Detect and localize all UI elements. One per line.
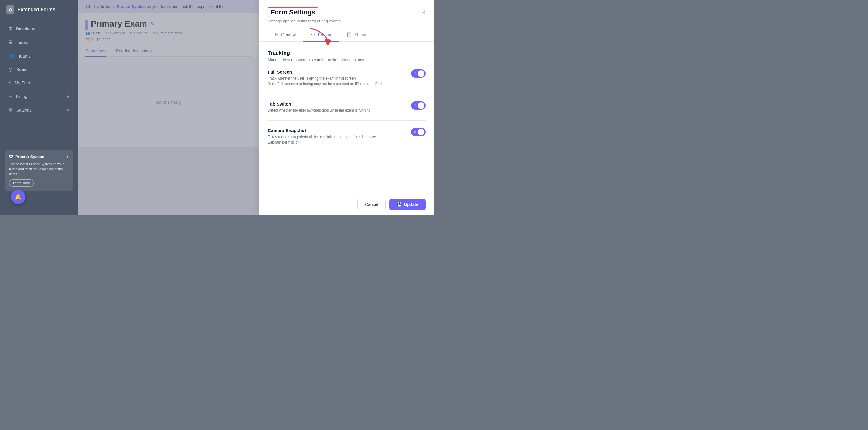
panel-body: Tracking Manage how respondents can be t… <box>259 41 434 194</box>
full-screen-info: Full Screen Track whether the user is gi… <box>268 69 381 87</box>
tab-switch-toggle[interactable]: ✓ <box>411 101 426 110</box>
main-content: 📢 Try the latest Proctor System on your … <box>78 0 259 215</box>
sidebar-item-brand[interactable]: ◎ Brand <box>2 63 76 76</box>
proctor-promo-card: 🛡 Proctor System ✦ Try the latest Procto… <box>5 150 73 191</box>
tracking-item-tab-switch: Tab Switch Detect whether the user switc… <box>268 101 426 113</box>
proctor-tab-icon: 🛡 <box>311 32 315 37</box>
update-button[interactable]: 💾 Update <box>390 199 426 210</box>
divider-2 <box>268 120 426 121</box>
tab-switch-desc: Detect whether the user switches tabs wh… <box>268 108 371 113</box>
camera-snapshot-toggle[interactable]: ✓ <box>411 128 426 136</box>
sidebar-item-settings[interactable]: ⚙ Settings ▶ <box>2 104 76 116</box>
tracking-item-full-screen: Full Screen Track whether the user is gi… <box>268 69 426 87</box>
proctor-card-title: 🛡 Proctor System <box>9 154 44 159</box>
sidebar-item-label: My Plan <box>15 81 30 85</box>
tracking-section-subtitle: Manage how respondents can be tracked du… <box>268 58 426 62</box>
notification-icon: 🔔 <box>15 194 22 200</box>
teams-icon: 👥 <box>8 53 14 59</box>
camera-snapshot-name: Camera Snapshot <box>268 128 382 133</box>
sidebar-item-label: Settings <box>16 108 32 113</box>
update-label: Update <box>404 202 418 207</box>
panel-footer: Cancel 💾 Update <box>259 194 434 215</box>
sidebar-item-label: Billing <box>16 94 27 99</box>
tab-general[interactable]: ⊞ General <box>268 28 304 41</box>
sidebar-nav: ⊞ Dashboard ☰ Forms 👥 Teams ◎ Brand $ My… <box>0 19 78 145</box>
divider-1 <box>268 94 426 94</box>
general-tab-icon: ⊞ <box>275 32 279 37</box>
billing-icon: ⊟ <box>8 93 12 99</box>
stars-icon: ✦ <box>65 154 69 159</box>
learn-more-button[interactable]: Learn More <box>9 179 34 187</box>
general-tab-label: General <box>281 32 296 37</box>
sidebar-item-label: Brand <box>16 67 27 72</box>
panel-tabs: ⊞ General 🛡 Proctor 📋 Theme <box>268 28 426 41</box>
tab-switch-info: Tab Switch Detect whether the user switc… <box>268 101 371 113</box>
sidebar-bottom: 🛡 Proctor System ✦ Try the latest Procto… <box>0 145 78 196</box>
camera-snapshot-info: Camera Snapshot Takes random snapshots o… <box>268 128 382 145</box>
plan-icon: $ <box>8 80 11 86</box>
brand-icon: ◎ <box>8 67 13 73</box>
sidebar-item-forms[interactable]: ☰ Forms <box>2 36 76 49</box>
panel-title: Form Settings <box>268 7 318 18</box>
sidebar-item-billing[interactable]: ⊟ Billing ▶ <box>2 90 76 103</box>
tab-proctor[interactable]: 🛡 Proctor <box>304 28 339 41</box>
sidebar-item-label: Dashboard <box>16 27 37 31</box>
full-screen-toggle[interactable]: ✓ <box>411 69 426 78</box>
panel-title-row: Form Settings × <box>268 7 426 18</box>
sidebar-item-dashboard[interactable]: ⊞ Dashboard <box>2 22 76 35</box>
tab-theme[interactable]: 📋 Theme <box>339 28 375 41</box>
camera-snapshot-desc: Takes random snapshots of the user takin… <box>268 134 382 145</box>
sidebar: ◇ Extended Forms ⊞ Dashboard ☰ Forms 👥 T… <box>0 0 78 215</box>
proctor-tab-label: Proctor <box>318 32 332 37</box>
tracking-item-camera-snapshot: Camera Snapshot Takes random snapshots o… <box>268 128 426 145</box>
save-icon: 💾 <box>397 202 402 207</box>
dashboard-icon: ⊞ <box>8 26 12 32</box>
settings-icon: ⚙ <box>8 107 13 113</box>
full-screen-name: Full Screen <box>268 69 381 75</box>
proctor-card-text: Try the latest Proctor System on your fo… <box>9 162 69 177</box>
close-button[interactable]: × <box>422 9 426 16</box>
tab-switch-name: Tab Switch <box>268 101 371 107</box>
logo-icon: ◇ <box>6 5 14 14</box>
tracking-section-title: Tracking <box>268 50 426 56</box>
cancel-button[interactable]: Cancel <box>358 199 386 210</box>
full-screen-desc: Track whether the user is giving the exa… <box>268 76 381 87</box>
panel-subtitle: Settings applied to this form during exa… <box>268 19 426 23</box>
panel-header: Form Settings × Settings applied to this… <box>259 0 434 41</box>
theme-tab-icon: 📋 <box>346 32 352 37</box>
forms-icon: ☰ <box>8 39 13 45</box>
proctor-card-header: 🛡 Proctor System ✦ <box>9 154 69 159</box>
sidebar-item-label: Teams <box>18 54 30 58</box>
notification-fab[interactable]: 🔔 <box>11 190 25 204</box>
app-name: Extended Forms <box>18 7 55 12</box>
main-overlay <box>78 0 259 215</box>
sidebar-item-label: Forms <box>16 40 28 45</box>
sidebar-item-my-plan[interactable]: $ My Plan <box>2 77 76 89</box>
form-settings-panel: Form Settings × Settings applied to this… <box>259 0 434 215</box>
shield-icon: 🛡 <box>9 154 13 159</box>
theme-tab-label: Theme <box>354 32 368 37</box>
app-logo[interactable]: ◇ Extended Forms <box>0 0 78 19</box>
sidebar-item-teams[interactable]: 👥 Teams <box>2 50 76 62</box>
